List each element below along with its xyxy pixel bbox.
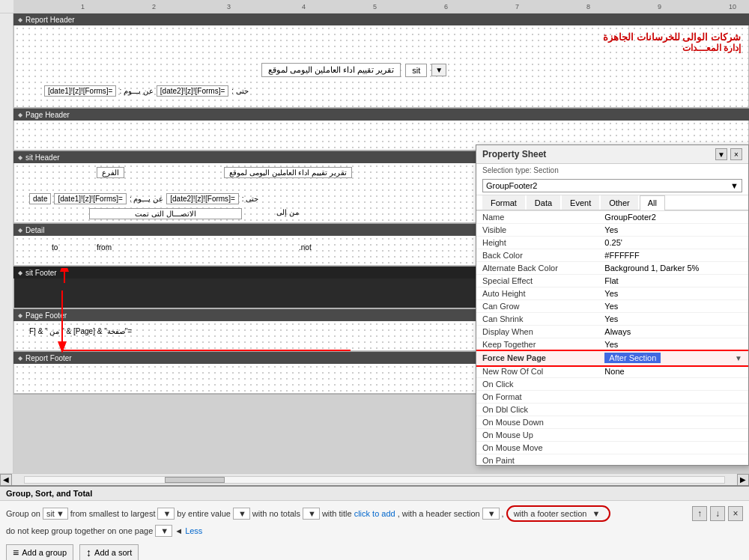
footer-dropdown-arrow: ▼ bbox=[592, 509, 600, 518]
h-scrollbar[interactable]: ◀ ▶ bbox=[0, 473, 749, 485]
by-arrow: ▼ bbox=[238, 509, 246, 518]
arabic-title-box: تقرير تقييم اداء العاملين اليومى لموقع bbox=[261, 63, 401, 77]
prop-on-mouse-move[interactable]: On Mouse Move bbox=[476, 442, 748, 454]
title-dropdown[interactable]: ▼ bbox=[431, 64, 446, 76]
company-name-area: شركات الوالى للخرسانات الجاهزة إدارة الم… bbox=[603, 31, 741, 53]
prop-new-row-col-label: New Row Of Col bbox=[476, 365, 598, 378]
prop-auto-height[interactable]: Auto HeightYes bbox=[476, 287, 748, 300]
click-to-add-link[interactable]: click to add bbox=[354, 509, 395, 518]
prop-can-grow[interactable]: Can GrowYes bbox=[476, 300, 748, 313]
connections-box: الاتصـــال التى تمت bbox=[89, 208, 242, 219]
ruler-mark-4: 4 bbox=[302, 3, 306, 10]
to-field: to bbox=[52, 243, 58, 252]
company-name: شركات الوالى للخرسانات الجاهزة bbox=[603, 31, 741, 43]
date-field-box: date bbox=[29, 193, 51, 204]
separator-comma: , bbox=[398, 509, 400, 518]
prop-back-color-label: Back Color bbox=[476, 249, 598, 262]
scroll-left-btn[interactable]: ◀ bbox=[0, 474, 12, 486]
group-field-dropdown[interactable]: sit ▼ bbox=[43, 508, 68, 520]
prop-alt-back-color-value: Background 1, Darker 5% bbox=[598, 262, 748, 275]
sit-header-label: sit Header bbox=[25, 153, 60, 162]
sit-footer-label: sit Footer bbox=[25, 269, 57, 277]
prop-height-label: Height bbox=[476, 237, 598, 249]
scroll-right-btn[interactable]: ▶ bbox=[737, 474, 749, 486]
date2-box: =[Forms]![z]![date2] bbox=[157, 85, 228, 97]
prop-on-dbl-click-label: On Dbl Click bbox=[476, 404, 598, 416]
date1-box: =[Forms]![z]![date1] bbox=[44, 85, 116, 97]
totals-dropdown[interactable]: ▼ bbox=[303, 508, 320, 520]
to-label-2: حتى : bbox=[242, 195, 259, 203]
report-canvas: ◆ Report Header شركات الوالى للخرسانات ا… bbox=[13, 13, 749, 473]
prop-can-grow-value: Yes bbox=[598, 300, 748, 313]
footer-section-dropdown[interactable]: ▼ bbox=[589, 508, 603, 519]
prop-keep-together[interactable]: Keep TogetherYes bbox=[476, 338, 748, 351]
prop-on-mouse-down[interactable]: On Mouse Down bbox=[476, 416, 748, 429]
prop-new-row-col-value: None bbox=[598, 365, 748, 378]
group-close-btn[interactable]: × bbox=[728, 506, 743, 521]
prop-back-color[interactable]: Back Color#FFFFFF bbox=[476, 249, 748, 262]
prop-visible[interactable]: VisibleYes bbox=[476, 224, 748, 237]
tab-event[interactable]: Event bbox=[562, 195, 599, 210]
force-new-page-arrow[interactable]: ▼ bbox=[735, 354, 742, 362]
tab-all[interactable]: All bbox=[640, 195, 665, 210]
tab-format[interactable]: Format bbox=[482, 195, 525, 210]
date1-box-2: =[Forms]![z]![date1] bbox=[54, 193, 126, 204]
date2-box-2: =[Forms]![z]![date2] bbox=[166, 193, 238, 204]
keep-dropdown[interactable]: ▼ bbox=[155, 525, 172, 537]
prop-name[interactable]: NameGroupFooter2 bbox=[476, 211, 748, 224]
tab-other[interactable]: Other bbox=[601, 195, 638, 210]
ps-pin-btn[interactable]: ▼ bbox=[715, 148, 727, 160]
page-header-bar[interactable]: ◆ Page Header bbox=[13, 109, 749, 121]
from-label-3: من bbox=[289, 208, 299, 216]
from-to-labels: من إلى bbox=[246, 208, 299, 216]
to-label-3: إلى bbox=[276, 208, 287, 216]
header-dropdown[interactable]: ▼ bbox=[482, 508, 500, 520]
ps-table-container[interactable]: NameGroupFooter2 VisibleYes Height0.25' … bbox=[476, 210, 748, 465]
ps-object-dropdown[interactable]: GroupFooter2 ▼ bbox=[482, 179, 742, 192]
section-report-header-bar[interactable]: ◆ Report Header bbox=[13, 13, 749, 25]
ps-table-body: NameGroupFooter2 VisibleYes Height0.25' … bbox=[476, 211, 748, 465]
ps-tabs: Format Data Event Other All bbox=[476, 195, 748, 210]
footer-section-label: with a footer section bbox=[514, 509, 587, 518]
prop-on-format-label: On Format bbox=[476, 391, 598, 404]
ps-dropdown-value: GroupFooter2 bbox=[486, 181, 537, 190]
h-scroll-track[interactable] bbox=[24, 476, 725, 484]
less-text[interactable]: Less bbox=[185, 526, 202, 535]
prop-keep-together-label: Keep Together bbox=[476, 338, 598, 351]
prop-special-effect-label: Special Effect bbox=[476, 275, 598, 287]
prop-force-new-page[interactable]: Force New Page After Section ▼ bbox=[476, 351, 748, 365]
group-row2: do not keep group together on one page ▼… bbox=[6, 525, 743, 537]
ruler-mark-8: 8 bbox=[586, 3, 590, 10]
prop-on-mouse-up[interactable]: On Mouse Up bbox=[476, 429, 748, 442]
prop-display-when[interactable]: Display WhenAlways bbox=[476, 326, 748, 338]
ps-dropdown-arrow: ▼ bbox=[730, 181, 739, 190]
prop-on-paint[interactable]: On Paint bbox=[476, 454, 748, 466]
prop-on-click[interactable]: On Click bbox=[476, 378, 748, 391]
title-box-2: تقرير تقييم اداء العاملين اليومى لموقع bbox=[224, 167, 352, 178]
prop-can-shrink[interactable]: Can ShrinkYes bbox=[476, 313, 748, 326]
main-container: 1 2 3 4 5 6 7 8 9 10 ◆ Report Header bbox=[0, 0, 749, 560]
prop-new-row-col[interactable]: New Row Of ColNone bbox=[476, 365, 748, 378]
group-nav-btns: ↑ ↓ × bbox=[692, 506, 743, 521]
report-footer-label: Report Footer bbox=[25, 354, 72, 362]
prop-special-effect[interactable]: Special EffectFlat bbox=[476, 275, 748, 287]
ruler-mark-2: 2 bbox=[152, 3, 156, 10]
add-sort-btn[interactable]: ↕ Add a sort bbox=[79, 544, 139, 560]
header-arrow: ▼ bbox=[488, 509, 496, 518]
prop-on-mouse-move-value bbox=[598, 442, 748, 454]
add-group-btn[interactable]: ≡ Add a group bbox=[6, 544, 73, 560]
prop-on-dbl-click[interactable]: On Dbl Click bbox=[476, 404, 748, 416]
ps-close-btn[interactable]: × bbox=[730, 148, 742, 160]
from-label: عن يـــوم : bbox=[119, 87, 153, 95]
prop-height[interactable]: Height0.25' bbox=[476, 237, 748, 249]
tab-data[interactable]: Data bbox=[527, 195, 560, 210]
by-dropdown[interactable]: ▼ bbox=[233, 508, 250, 520]
prop-on-format[interactable]: On Format bbox=[476, 391, 748, 404]
h-scroll-thumb[interactable] bbox=[165, 477, 225, 483]
date-row: حتى : =[Forms]![z]![date2] عن يـــوم : =… bbox=[44, 85, 249, 97]
group-down-btn[interactable]: ↓ bbox=[710, 506, 725, 521]
sort-order-dropdown[interactable]: ▼ bbox=[157, 508, 175, 520]
group-up-btn[interactable]: ↑ bbox=[692, 506, 707, 521]
group-field-arrow: ▼ bbox=[56, 509, 64, 518]
prop-alt-back-color[interactable]: Alternate Back ColorBackground 1, Darker… bbox=[476, 262, 748, 275]
